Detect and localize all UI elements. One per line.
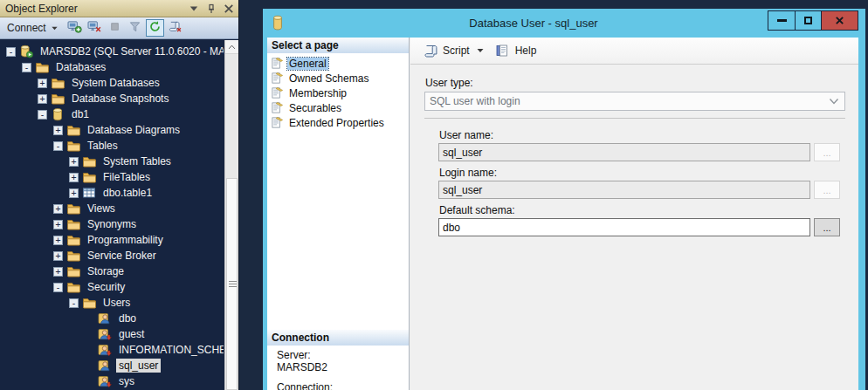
page-item-securables[interactable]: Securables — [267, 100, 409, 115]
minimize-button[interactable] — [768, 11, 795, 30]
collapse-icon[interactable]: - — [38, 110, 47, 120]
refresh-button[interactable] — [146, 19, 164, 37]
tree-item-label: dbo — [116, 311, 139, 325]
expand-icon[interactable]: + — [53, 126, 63, 135]
folder-icon — [66, 264, 80, 278]
scroll-up-button[interactable] — [225, 40, 238, 54]
script-error-icon — [168, 20, 183, 36]
expand-icon[interactable]: + — [53, 204, 63, 214]
tree-item-databases[interactable]: -Databases — [1, 59, 224, 75]
pin-icon[interactable] — [206, 3, 217, 14]
close-button[interactable] — [821, 11, 858, 30]
collapse-icon[interactable]: - — [22, 63, 31, 72]
tree-item-dbo[interactable]: -dbo — [1, 311, 224, 326]
page-item-label: Membership — [287, 87, 348, 99]
disconnect-server-button[interactable] — [86, 19, 104, 37]
tree-item-storage[interactable]: +Storage — [1, 263, 224, 279]
folder-icon — [51, 92, 65, 106]
tree-item-sys[interactable]: -sys — [1, 373, 224, 389]
database-icon — [51, 107, 65, 121]
tree-item-db1[interactable]: -db1 — [1, 106, 224, 122]
tree-item-dbo-table1[interactable]: +dbo.table1 — [1, 185, 224, 201]
tree-item-label: sql_user — [116, 359, 161, 373]
tree-item-tables[interactable]: -Tables — [1, 138, 224, 154]
collapse-icon[interactable]: - — [69, 298, 79, 308]
tree-item-guest[interactable]: -guest — [1, 326, 224, 342]
expand-icon[interactable]: + — [53, 267, 63, 277]
window-controls — [768, 10, 858, 31]
chevron-down-icon[interactable] — [476, 46, 485, 55]
object-explorer-title: Object Explorer — [5, 3, 78, 15]
expand-icon[interactable]: + — [38, 79, 47, 88]
expand-icon[interactable]: + — [69, 188, 79, 198]
user-icon — [98, 359, 112, 373]
page-item-general[interactable]: General — [267, 56, 409, 71]
tree-item-users[interactable]: -Users — [1, 295, 224, 311]
object-explorer-panel: Object Explorer Connect -MARSDB2 (SQL Se… — [0, 0, 239, 390]
filter-icon — [127, 20, 142, 36]
object-explorer-titlebar: Object Explorer — [0, 0, 238, 17]
default-schema-input[interactable] — [438, 218, 810, 236]
expand-icon[interactable]: + — [53, 220, 63, 229]
collapse-icon[interactable]: - — [53, 283, 63, 292]
close-icon[interactable] — [224, 3, 234, 14]
tree-item-system-databases[interactable]: +System Databases — [1, 75, 224, 91]
tree-item-security[interactable]: -Security — [1, 279, 224, 295]
login-name-input[interactable] — [438, 181, 810, 199]
stop-button[interactable] — [106, 19, 124, 37]
scroll-icon — [423, 44, 438, 58]
folder-icon — [66, 123, 80, 137]
scrollbar-thumb[interactable] — [226, 178, 238, 390]
collapse-icon[interactable]: - — [53, 141, 63, 151]
connection-section: Server: MARSDB2 Connection: — [277, 349, 407, 390]
tree-item-sql-user[interactable]: -sql_user — [1, 358, 224, 373]
tree-item-label: Views — [85, 202, 118, 216]
default-schema-browse-button[interactable]: ... — [814, 218, 840, 236]
tree-item-database-snapshots[interactable]: +Database Snapshots — [1, 91, 224, 106]
tree-item-filetables[interactable]: +FileTables — [1, 169, 224, 185]
default-schema-label: Default schema: — [439, 204, 515, 216]
connect-server-button[interactable] — [65, 19, 84, 37]
user-icon — [98, 311, 112, 325]
tree-item-label: Database Diagrams — [85, 123, 183, 137]
page-icon — [271, 72, 284, 85]
tree-item-label: db1 — [69, 107, 92, 121]
connection-section-header: Connection — [267, 330, 409, 346]
collapse-icon[interactable]: - — [6, 47, 16, 57]
tree-item-service-broker[interactable]: +Service Broker — [1, 248, 224, 263]
expand-icon[interactable]: + — [53, 236, 63, 245]
page-icon — [271, 86, 284, 99]
script-error-button[interactable] — [166, 19, 184, 37]
expand-icon[interactable]: + — [53, 251, 63, 261]
folder-icon — [35, 60, 49, 74]
page-item-label: Extended Properties — [287, 117, 386, 129]
tree-scrollbar[interactable] — [224, 40, 238, 390]
help-button[interactable]: Help — [490, 41, 542, 60]
tree-item-system-tables[interactable]: +System Tables — [1, 154, 224, 169]
select-a-page-header: Select a page — [267, 38, 409, 53]
expand-icon[interactable]: + — [69, 157, 79, 167]
tree-item-label: Synonyms — [85, 217, 139, 231]
user-name-input[interactable] — [438, 143, 810, 161]
tree-item-programmability[interactable]: +Programmability — [1, 232, 224, 248]
window-position-icon[interactable] — [189, 3, 199, 14]
tree-item-information-schem[interactable]: -INFORMATION_SCHEM — [1, 342, 224, 358]
page-item-owned-schemas[interactable]: Owned Schemas — [267, 71, 409, 86]
page-item-membership[interactable]: Membership — [267, 86, 409, 100]
page-item-extended-properties[interactable]: Extended Properties — [267, 115, 409, 130]
table-icon — [82, 186, 96, 200]
connect-button[interactable]: Connect — [4, 20, 63, 36]
dialog-titlebar[interactable]: Database User - sql_user — [263, 9, 865, 38]
maximize-button[interactable] — [795, 11, 821, 30]
expand-icon[interactable]: + — [38, 94, 47, 104]
filter-button[interactable] — [126, 19, 144, 37]
tree-item-views[interactable]: +Views — [1, 201, 224, 216]
user-type-dropdown[interactable]: SQL user with login — [424, 92, 845, 111]
script-button[interactable]: Script — [417, 41, 490, 60]
tree-item-database-diagrams[interactable]: +Database Diagrams — [1, 122, 224, 138]
tree-item-synonyms[interactable]: +Synonyms — [1, 216, 224, 232]
chevron-down-icon — [51, 24, 59, 32]
tree-item-marsdb2-sql-server-11-0-6020-marsd[interactable]: -MARSDB2 (SQL Server 11.0.6020 - MARSD — [1, 44, 224, 59]
object-explorer-tree: -MARSDB2 (SQL Server 11.0.6020 - MARSD-D… — [1, 40, 224, 390]
expand-icon[interactable]: + — [69, 173, 79, 182]
